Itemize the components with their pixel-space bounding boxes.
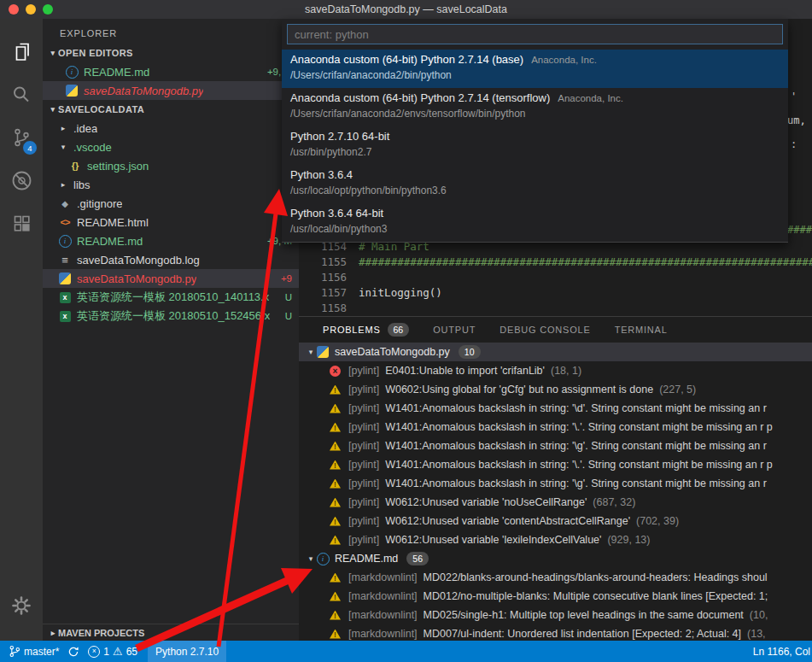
problems-badge: +9 bbox=[281, 273, 292, 284]
problem-row[interactable]: [pylint]E0401:Unable to import 'crifanLi… bbox=[299, 361, 812, 380]
interpreter-option-python-2710[interactable]: Python 2.7.10 64-bit /usr/bin/python2.7 bbox=[282, 126, 788, 165]
cursor-position-indicator[interactable]: Ln 1166, Col bbox=[753, 641, 810, 662]
code-fragment: : bbox=[791, 138, 797, 150]
open-editor-savedatatomongodb-py[interactable]: saveDataToMongodb.py bbox=[43, 81, 299, 100]
maven-projects-header[interactable]: MAVEN PROJECTS bbox=[43, 624, 299, 641]
warning-icon bbox=[330, 423, 341, 432]
tree-file-readme-html[interactable]: README.html bbox=[43, 213, 299, 231]
sync-indicator[interactable] bbox=[67, 646, 79, 658]
search-icon[interactable] bbox=[0, 73, 43, 116]
warning-icon bbox=[330, 517, 341, 526]
interpreter-option-anaconda-tensorflow[interactable]: Anaconda custom (64-bit) Python 2.7.14 (… bbox=[282, 88, 788, 126]
warning-icon bbox=[330, 498, 341, 507]
branch-icon bbox=[9, 645, 20, 658]
warning-icon bbox=[330, 479, 341, 489]
debug-icon[interactable] bbox=[0, 159, 43, 202]
problems-group-readme-md[interactable]: README.md 56 bbox=[299, 549, 812, 568]
problem-row[interactable]: [markdownlint]MD007/ul-indent: Unordered… bbox=[299, 624, 812, 641]
code-fragment: um, bbox=[787, 114, 806, 126]
title-bar: saveDataToMongodb.py — saveLocalData bbox=[0, 0, 812, 19]
chevron-down-icon bbox=[48, 49, 58, 57]
problem-row[interactable]: [markdownlint]MD025/single-h1: Multiple … bbox=[299, 606, 812, 624]
chevron-down-icon bbox=[58, 143, 68, 151]
settings-gear-icon[interactable] bbox=[0, 595, 43, 617]
window-controls[interactable] bbox=[9, 4, 53, 15]
problem-row[interactable]: [pylint]W0612:Unused variable 'noUseCell… bbox=[299, 493, 812, 512]
info-icon bbox=[66, 66, 79, 79]
explorer-icon[interactable] bbox=[0, 31, 43, 73]
error-icon bbox=[330, 366, 341, 377]
chevron-down-icon bbox=[306, 554, 316, 563]
tree-folder-idea[interactable]: .idea bbox=[43, 119, 299, 138]
interpreter-quick-pick: Anaconda custom (64-bit) Python 2.7.14 (… bbox=[282, 19, 788, 243]
problem-row[interactable]: [pylint]W1401:Anomalous backslash in str… bbox=[299, 418, 812, 436]
extensions-icon[interactable] bbox=[0, 202, 43, 244]
group-count-badge: 10 bbox=[459, 345, 481, 359]
problem-row[interactable]: [pylint]W1401:Anomalous backslash in str… bbox=[299, 399, 812, 418]
json-braces-icon bbox=[72, 161, 79, 171]
interpreter-option-python-364[interactable]: Python 3.6.4 /usr/local/opt/python/bin/p… bbox=[282, 165, 788, 203]
warning-icon bbox=[330, 592, 341, 601]
line-number: 1156 bbox=[299, 270, 347, 285]
source-control-icon[interactable]: 4 bbox=[0, 116, 43, 159]
code-line: ########################################… bbox=[359, 255, 812, 270]
tree-folder-libs[interactable]: libs bbox=[43, 175, 299, 194]
tree-file-excel-1[interactable]: 英语资源统一模板 20180510_140113.x U bbox=[43, 288, 299, 307]
git-branch-indicator[interactable]: master* bbox=[9, 645, 59, 658]
problem-row[interactable]: [markdownlint]MD022/blanks-around-headin… bbox=[299, 568, 812, 587]
tree-file-settings-json[interactable]: settings.json bbox=[43, 156, 299, 175]
problem-row[interactable]: [pylint]W0612:Unused variable 'lexileInd… bbox=[299, 530, 812, 549]
excel-icon bbox=[60, 311, 71, 322]
python-icon bbox=[66, 85, 78, 97]
tree-folder-vscode[interactable]: .vscode bbox=[43, 138, 299, 156]
git-untracked-badge: U bbox=[285, 292, 292, 302]
window-title: saveDataToMongodb.py — saveLocalData bbox=[305, 3, 507, 15]
tree-file-gitignore[interactable]: .gitignore bbox=[43, 194, 299, 213]
scm-badge: 4 bbox=[22, 140, 38, 155]
panel-tabs: PROBLEMS 66 OUTPUT DEBUG CONSOLE TERMINA… bbox=[299, 317, 812, 343]
python-interpreter-indicator[interactable]: Python 2.7.10 bbox=[148, 641, 226, 662]
problem-row[interactable]: [pylint]W1401:Anomalous backslash in str… bbox=[299, 455, 812, 474]
warning-icon bbox=[330, 630, 341, 639]
minimize-window-button[interactable] bbox=[26, 4, 36, 15]
folder-section-header[interactable]: SAVELOCALDATA bbox=[43, 100, 299, 119]
chevron-down-icon bbox=[48, 105, 58, 114]
tree-file-excel-2[interactable]: 英语资源统一模板 20180510_152456.x U bbox=[43, 307, 299, 325]
warning-icon bbox=[330, 611, 341, 620]
bottom-panel: PROBLEMS 66 OUTPUT DEBUG CONSOLE TERMINA… bbox=[299, 316, 812, 641]
tree-file-savedatatomongodb-py[interactable]: saveDataToMongodb.py +9 bbox=[43, 269, 299, 288]
interpreter-option-python-364-64bit[interactable]: Python 3.6.4 64-bit /usr/local/bin/pytho… bbox=[282, 203, 788, 242]
info-icon bbox=[59, 235, 72, 248]
tree-file-savedatatomongodb-log[interactable]: saveDataToMongodb.log bbox=[43, 250, 299, 269]
log-file-icon bbox=[61, 254, 68, 267]
open-editors-header[interactable]: OPEN EDITORS bbox=[43, 44, 299, 62]
problem-row[interactable]: [pylint]W1401:Anomalous backslash in str… bbox=[299, 474, 812, 493]
python-icon bbox=[59, 272, 71, 284]
tab-output[interactable]: OUTPUT bbox=[433, 325, 476, 335]
tab-problems[interactable]: PROBLEMS 66 bbox=[323, 323, 409, 337]
problems-group-python-file[interactable]: saveDataToMongodb.py 10 bbox=[299, 343, 812, 361]
problem-row[interactable]: [markdownlint]MD012/no-multiple-blanks: … bbox=[299, 587, 812, 606]
python-icon bbox=[317, 346, 329, 358]
chevron-right-icon bbox=[48, 629, 58, 637]
code-fragment: #### bbox=[787, 224, 812, 236]
activity-bar: 4 bbox=[0, 19, 43, 641]
close-window-button[interactable] bbox=[9, 4, 19, 15]
interpreter-option-anaconda-base[interactable]: Anaconda custom (64-bit) Python 2.7.14 (… bbox=[282, 50, 788, 88]
warning-icon bbox=[330, 442, 341, 451]
problem-row[interactable]: [pylint]W1401:Anomalous backslash in str… bbox=[299, 436, 812, 455]
explorer-sidebar: EXPLORER OPEN EDITORS README.md +9, M sa… bbox=[43, 19, 299, 641]
zoom-window-button[interactable] bbox=[43, 4, 53, 15]
warning-icon bbox=[330, 536, 341, 545]
tab-terminal[interactable]: TERMINAL bbox=[615, 325, 668, 335]
problem-row[interactable]: [pylint]W0602:Using global for 'gCfg' bu… bbox=[299, 380, 812, 399]
tab-debug-console[interactable]: DEBUG CONSOLE bbox=[499, 325, 590, 335]
git-untracked-badge: U bbox=[285, 311, 292, 321]
chevron-right-icon bbox=[58, 124, 68, 132]
problems-indicator[interactable]: 1 65 bbox=[88, 646, 137, 658]
open-editor-readme-md[interactable]: README.md +9, M bbox=[43, 62, 299, 81]
tree-file-readme-md[interactable]: README.md +9, M bbox=[43, 231, 299, 250]
problem-row[interactable]: [pylint]W0612:Unused variable 'contentAb… bbox=[299, 512, 812, 530]
warning-icon bbox=[113, 646, 123, 657]
quick-pick-input[interactable] bbox=[287, 24, 783, 44]
